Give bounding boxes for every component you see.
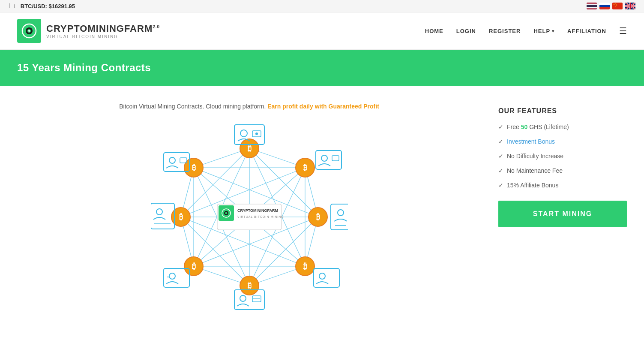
tagline-highlight: Earn profit daily with Guaranteed Profit xyxy=(267,103,379,110)
no-difficulty-label: No Difficulty Increase xyxy=(507,153,563,159)
logo-icon xyxy=(17,19,41,43)
feature-free-ghs: ✓ Free 50 GHS (Lifetime) xyxy=(498,123,627,130)
hero-banner: 15 Years Mining Contracts xyxy=(0,50,644,86)
facebook-icon[interactable]: f xyxy=(9,3,10,9)
svg-rect-81 xyxy=(151,203,174,229)
btc-label: BTC/USD: xyxy=(21,3,47,9)
flag-uk[interactable] xyxy=(625,3,635,9)
svg-text:CRYPTOMININGFARM: CRYPTOMININGFARM xyxy=(237,208,278,213)
no-maintenance-label: No Maintenance Fee xyxy=(507,167,563,174)
top-bar: f t BTC/USD: $16291.95 xyxy=(0,0,644,12)
svg-text:₿: ₿ xyxy=(247,144,251,153)
check-icon-1: ✓ xyxy=(498,123,503,130)
svg-rect-68 xyxy=(332,156,339,161)
svg-rect-66 xyxy=(316,150,341,169)
svg-point-70 xyxy=(338,210,344,216)
investment-bonus-link[interactable]: Investment Bonus xyxy=(507,138,555,145)
btc-value: $16291.95 xyxy=(49,3,75,9)
hamburger-menu-icon[interactable]: ☰ xyxy=(619,26,627,36)
svg-point-17 xyxy=(28,30,30,32)
content-left: Bitcoin Virtual Mining Contracts. Cloud … xyxy=(17,103,481,316)
check-icon-5: ✓ xyxy=(498,182,503,189)
chevron-down-icon: ▾ xyxy=(552,29,554,33)
flag-thai[interactable] xyxy=(587,3,597,9)
svg-text:VIRTUAL BITCOIN MINING: VIRTUAL BITCOIN MINING xyxy=(237,215,284,218)
svg-rect-6 xyxy=(599,7,610,9)
logo-area: CRYPTOMININGFARM2.0 VIRTUAL BITCOIN MINI… xyxy=(17,19,160,43)
svg-rect-7 xyxy=(612,3,623,9)
twitter-icon[interactable]: t xyxy=(14,3,15,9)
nav-register[interactable]: REGISTER xyxy=(489,28,521,34)
svg-text:₿: ₿ xyxy=(303,262,307,271)
flag-chinese[interactable] xyxy=(612,3,623,9)
social-icons: f t xyxy=(9,3,15,9)
svg-rect-5 xyxy=(599,5,610,7)
svg-point-85 xyxy=(169,157,175,163)
svg-rect-1 xyxy=(587,4,597,5)
svg-text:₿: ₿ xyxy=(247,281,251,290)
main-content: Bitcoin Virtual Mining Contracts. Cloud … xyxy=(0,86,644,333)
svg-rect-3 xyxy=(587,7,597,8)
feature-affiliate-bonus: ✓ 15% Affiliate Bonus xyxy=(498,182,627,189)
nav-login[interactable]: LOGIN xyxy=(456,28,476,34)
main-nav: HOME LOGIN REGISTER HELP ▾ AFFILIATION ☰ xyxy=(425,26,627,36)
svg-text:₿: ₿ xyxy=(192,262,195,271)
affiliate-bonus-label: 15% Affiliate Bonus xyxy=(507,182,558,189)
svg-point-79 xyxy=(169,273,175,279)
nav-affiliation[interactable]: AFFILIATION xyxy=(567,28,606,34)
svg-rect-69 xyxy=(331,204,348,230)
svg-text:₿: ₿ xyxy=(303,163,307,172)
feature-no-maintenance: ✓ No Maintenance Fee xyxy=(498,167,627,174)
check-icon-4: ✓ xyxy=(498,167,503,174)
language-flags xyxy=(587,3,635,9)
nav-help[interactable]: HELP ▾ xyxy=(533,28,554,34)
content-right: OUR FEATURES ✓ Free 50 GHS (Lifetime) ✓ … xyxy=(498,103,627,316)
svg-point-73 xyxy=(319,273,325,279)
feature-no-difficulty: ✓ No Difficulty Increase xyxy=(498,153,627,159)
feature-investment-bonus: ✓ Investment Bonus xyxy=(498,138,627,145)
ghs-amount: 50 xyxy=(521,123,528,130)
svg-rect-4 xyxy=(599,3,610,5)
header: CRYPTOMININGFARM2.0 VIRTUAL BITCOIN MINI… xyxy=(0,12,644,50)
svg-point-75 xyxy=(240,295,246,301)
flag-russian[interactable] xyxy=(599,3,610,9)
btc-price: BTC/USD: $16291.95 xyxy=(21,3,75,9)
svg-point-63 xyxy=(240,130,247,137)
logo-sub: VIRTUAL BITCOIN MINING xyxy=(46,34,160,39)
svg-point-67 xyxy=(321,155,327,161)
svg-rect-72 xyxy=(314,268,339,287)
check-icon-2: ✓ xyxy=(498,138,503,145)
svg-rect-2 xyxy=(587,5,597,7)
tagline: Bitcoin Virtual Mining Contracts. Cloud … xyxy=(119,103,379,110)
svg-text:₿: ₿ xyxy=(316,213,320,221)
features-title: OUR FEATURES xyxy=(498,107,627,115)
nav-home[interactable]: HOME xyxy=(425,28,443,34)
logo-name: CRYPTOMININGFARM2.0 xyxy=(46,23,160,34)
logo-text: CRYPTOMININGFARM2.0 VIRTUAL BITCOIN MINI… xyxy=(46,23,160,39)
check-icon-3: ✓ xyxy=(498,153,503,159)
svg-point-65 xyxy=(255,132,258,135)
svg-point-91 xyxy=(225,212,227,214)
network-diagram: ₿ ₿ ₿ ₿ ₿ ₿ ₿ xyxy=(151,118,348,316)
start-mining-button[interactable]: START MINING xyxy=(498,201,627,227)
svg-point-82 xyxy=(156,209,162,215)
svg-text:₿: ₿ xyxy=(192,163,195,172)
svg-text:₿: ₿ xyxy=(179,213,183,221)
hero-title: 15 Years Mining Contracts xyxy=(17,62,627,74)
